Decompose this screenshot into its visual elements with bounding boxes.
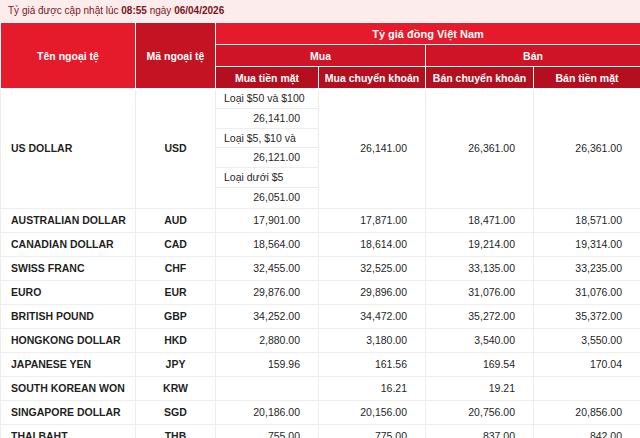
buy-transfer-value: 29,896.00 (319, 280, 426, 304)
table-row: SINGAPORE DOLLAR SGD 20,186.00 20,156.00… (1, 400, 640, 424)
col-header-sell-cash: Bán tiền mặt (534, 67, 640, 89)
currency-code: THB (136, 424, 216, 438)
sell-cash-value: 26,361.00 (534, 89, 640, 209)
usd-tier-value: 26,121.00 (216, 148, 318, 168)
table-row-usd: US DOLLAR USD Loại $50 và $100 26,141.00… (1, 89, 640, 209)
sell-cash-value: 31,076.00 (534, 280, 640, 304)
table-row: BRITISH POUND GBP 34,252.00 34,472.00 35… (1, 304, 640, 328)
table-row: THAI BAHT THB 755.00 775.00 837.00 842.0… (1, 424, 640, 438)
sell-transfer-value: 3,540.00 (426, 328, 534, 352)
currency-name: AUSTRALIAN DOLLAR (1, 208, 136, 232)
sell-cash-value: 35,372.00 (534, 304, 640, 328)
currency-code: HKD (136, 328, 216, 352)
currency-code: EUR (136, 280, 216, 304)
usd-tier-label: Loại $5, $10 và $20 (216, 129, 318, 149)
table-row: JAPANESE YEN JPY 159.96 161.56 169.54 17… (1, 352, 640, 376)
currency-name: BRITISH POUND (1, 304, 136, 328)
currency-name: US DOLLAR (1, 89, 136, 209)
sell-transfer-value: 33,135.00 (426, 256, 534, 280)
table-row: HONGKONG DOLLAR HKD 2,880.00 3,180.00 3,… (1, 328, 640, 352)
currency-name: SOUTH KOREAN WON (1, 376, 136, 400)
usd-tier-value: 26,141.00 (216, 109, 318, 129)
table-row: CANADIAN DOLLAR CAD 18,564.00 18,614.00 … (1, 232, 640, 256)
buy-cash-value (216, 376, 319, 400)
sell-cash-value: 33,235.00 (534, 256, 640, 280)
currency-code: GBP (136, 304, 216, 328)
currency-code: CAD (136, 232, 216, 256)
update-bar-middle: ngày (150, 5, 172, 16)
sell-transfer-value: 20,756.00 (426, 400, 534, 424)
col-header-buy-transfer: Mua chuyển khoản (319, 67, 426, 89)
update-time: 08:55 (121, 5, 147, 16)
sell-transfer-value: 31,076.00 (426, 280, 534, 304)
sell-cash-value: 18,571.00 (534, 208, 640, 232)
col-header-sell: Bán (426, 45, 640, 67)
usd-cash-tiers: Loại $50 và $100 26,141.00 Loại $5, $10 … (216, 89, 319, 209)
update-bar-prefix: Tỷ giá được cập nhật lúc (8, 5, 119, 16)
sell-transfer-value: 837.00 (426, 424, 534, 438)
currency-name: SWISS FRANC (1, 256, 136, 280)
currency-name: SINGAPORE DOLLAR (1, 400, 136, 424)
col-header-sell-transfer: Bán chuyển khoản (426, 67, 534, 89)
sell-cash-value: 842.00 (534, 424, 640, 438)
update-date: 06/04/2026 (174, 5, 224, 16)
currency-code: AUD (136, 208, 216, 232)
buy-transfer-value: 775.00 (319, 424, 426, 438)
exchange-rate-table: Tên ngoại tệ Mã ngoại tệ Tỷ giá đồng Việ… (0, 22, 640, 438)
buy-cash-value: 2,880.00 (216, 328, 319, 352)
table-row: EURO EUR 29,876.00 29,896.00 31,076.00 3… (1, 280, 640, 304)
buy-cash-value: 755.00 (216, 424, 319, 438)
currency-code: SGD (136, 400, 216, 424)
usd-tier-label: Loại dưới $5 (216, 168, 318, 188)
currency-name: EURO (1, 280, 136, 304)
buy-transfer-value: 32,525.00 (319, 256, 426, 280)
currency-code: KRW (136, 376, 216, 400)
buy-cash-value: 18,564.00 (216, 232, 319, 256)
sell-transfer-value: 35,272.00 (426, 304, 534, 328)
col-header-buy: Mua (216, 45, 426, 67)
buy-transfer-value: 17,871.00 (319, 208, 426, 232)
currency-name: CANADIAN DOLLAR (1, 232, 136, 256)
col-header-buy-cash: Mua tiền mặt (216, 67, 319, 89)
sell-cash-value: 20,856.00 (534, 400, 640, 424)
sell-cash-value: 170.04 (534, 352, 640, 376)
table-row: SOUTH KOREAN WON KRW 16.21 19.21 (1, 376, 640, 400)
update-bar: Tỷ giá được cập nhật lúc 08:55 ngày 06/0… (0, 0, 640, 22)
currency-name: THAI BAHT (1, 424, 136, 438)
sell-cash-value (534, 376, 640, 400)
col-header-currency-name: Tên ngoại tệ (1, 23, 136, 89)
buy-cash-value: 20,186.00 (216, 400, 319, 424)
table-row: AUSTRALIAN DOLLAR AUD 17,901.00 17,871.0… (1, 208, 640, 232)
col-header-vnd-rate: Tỷ giá đồng Việt Nam (216, 23, 640, 45)
buy-cash-value: 159.96 (216, 352, 319, 376)
currency-name: JAPANESE YEN (1, 352, 136, 376)
sell-transfer-value: 18,471.00 (426, 208, 534, 232)
buy-transfer-value: 161.56 (319, 352, 426, 376)
header-row-1: Tên ngoại tệ Mã ngoại tệ Tỷ giá đồng Việ… (1, 23, 640, 45)
sell-transfer-value: 19.21 (426, 376, 534, 400)
buy-transfer-value: 20,156.00 (319, 400, 426, 424)
currency-name: HONGKONG DOLLAR (1, 328, 136, 352)
buy-cash-value: 17,901.00 (216, 208, 319, 232)
buy-transfer-value: 34,472.00 (319, 304, 426, 328)
currency-code: JPY (136, 352, 216, 376)
buy-cash-value: 34,252.00 (216, 304, 319, 328)
usd-tier-label: Loại $50 và $100 (216, 89, 318, 109)
currency-code: CHF (136, 256, 216, 280)
buy-cash-value: 32,455.00 (216, 256, 319, 280)
usd-tier-value: 26,051.00 (216, 188, 318, 208)
col-header-currency-code: Mã ngoại tệ (136, 23, 216, 89)
sell-cash-value: 19,314.00 (534, 232, 640, 256)
buy-cash-value: 29,876.00 (216, 280, 319, 304)
sell-transfer-value: 26,361.00 (426, 89, 534, 209)
buy-transfer-value: 18,614.00 (319, 232, 426, 256)
currency-code: USD (136, 89, 216, 209)
sell-cash-value: 3,550.00 (534, 328, 640, 352)
buy-transfer-value: 26,141.00 (319, 89, 426, 209)
sell-transfer-value: 19,214.00 (426, 232, 534, 256)
sell-transfer-value: 169.54 (426, 352, 534, 376)
buy-transfer-value: 16.21 (319, 376, 426, 400)
buy-transfer-value: 3,180.00 (319, 328, 426, 352)
table-row: SWISS FRANC CHF 32,455.00 32,525.00 33,1… (1, 256, 640, 280)
